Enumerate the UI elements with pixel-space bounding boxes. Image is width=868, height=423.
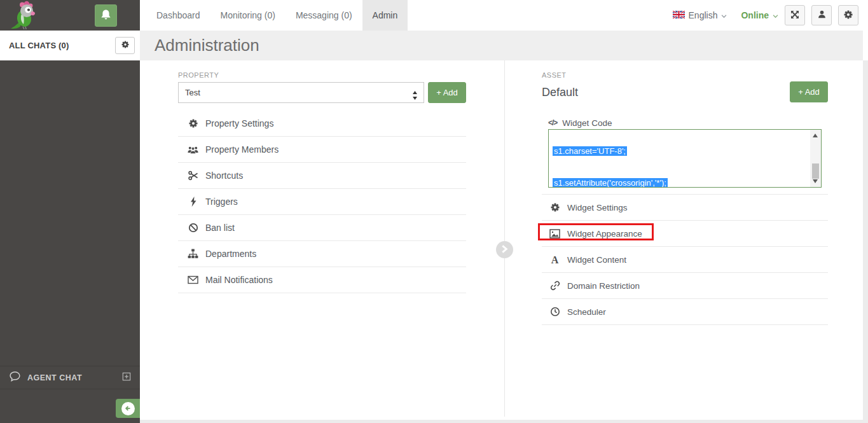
asset-section-label: ASSET [542, 71, 828, 79]
menu-item-ban-list[interactable]: Ban list [178, 215, 466, 241]
menu-item-departments[interactable]: Departments [178, 241, 466, 267]
menu-item-label: Departments [205, 249, 256, 259]
page-title: Administration [155, 36, 259, 55]
tab-admin[interactable]: Admin [362, 0, 408, 31]
property-panel: PROPERTY Test + Add [178, 71, 466, 293]
add-asset-button[interactable]: + Add [790, 81, 828, 102]
sidebar-collapse-button[interactable] [116, 399, 140, 418]
menu-item-widget-content[interactable]: A Widget Content [542, 247, 828, 273]
menu-item-property-settings[interactable]: Property Settings [178, 111, 466, 137]
users-icon [188, 144, 198, 155]
top-navigation: Dashboard Monitoring (0) Messaging (0) A… [140, 0, 868, 31]
tab-messaging[interactable]: Messaging (0) [286, 0, 362, 31]
settings-button[interactable] [838, 5, 858, 25]
scroll-up-arrow-icon[interactable] [813, 134, 818, 137]
scroll-down-arrow-icon[interactable] [813, 179, 818, 183]
sitemap-icon [188, 249, 198, 260]
topnav-right-controls: English Online [673, 0, 858, 31]
letter-a-icon: A [549, 254, 560, 265]
page-right-edge [863, 60, 868, 423]
widget-code-header: </> Widget Code [542, 118, 828, 128]
status-label: Online [741, 10, 769, 20]
link-icon [549, 281, 560, 291]
gear-icon [843, 10, 853, 22]
menu-item-triggers[interactable]: Triggers [178, 189, 466, 215]
notifications-bell-button[interactable] [95, 4, 117, 27]
textarea-scrollbar[interactable] [810, 130, 821, 187]
menu-item-widget-appearance[interactable]: Widget Appearance [542, 221, 828, 247]
expand-arrows-icon [790, 10, 800, 22]
menu-item-label: Scheduler [567, 307, 606, 317]
gear-icon [121, 40, 130, 51]
scissors-icon [188, 170, 198, 181]
property-select[interactable]: Test [178, 82, 424, 103]
property-menu: Property Settings Propert [178, 111, 466, 293]
tab-monitoring[interactable]: Monitoring (0) [210, 0, 286, 31]
admin-content: PROPERTY Test + Add [140, 60, 868, 423]
chat-sidebar: ALL CHATS (0) AGE [0, 0, 140, 423]
gear-icon [549, 202, 560, 213]
expand-panel-button[interactable] [496, 241, 513, 258]
bell-icon [100, 9, 112, 23]
select-stepper-icon [412, 88, 418, 107]
add-agent-chat-icon[interactable] [122, 372, 131, 384]
property-section-label: PROPERTY [178, 71, 466, 79]
agent-chat-bar[interactable]: AGENT CHAT [0, 366, 140, 389]
menu-item-label: Widget Appearance [567, 229, 642, 239]
menu-item-label: Shortcuts [205, 170, 243, 181]
clock-icon [549, 307, 560, 317]
column-divider [504, 60, 505, 417]
image-icon [549, 228, 560, 239]
envelope-icon [188, 275, 198, 286]
menu-item-scheduler[interactable]: Scheduler [542, 299, 828, 325]
status-selector[interactable]: Online [741, 10, 778, 21]
menu-item-label: Widget Content [567, 255, 626, 265]
asset-menu: Widget Settings Widget Appearance [542, 194, 828, 325]
agent-chat-label: AGENT CHAT [27, 373, 122, 382]
person-icon [817, 10, 827, 21]
menu-item-domain-restriction[interactable]: Domain Restriction [542, 273, 828, 299]
chevron-down-icon [721, 10, 727, 21]
widget-code-textarea[interactable]: s1.charset='UTF-8'; s1.setAttribute('cro… [548, 129, 822, 188]
language-label: English [689, 10, 718, 20]
menu-item-property-members[interactable]: Property Members [178, 137, 466, 163]
tawk-admin-page: ALL CHATS (0) AGE [0, 0, 868, 423]
asset-panel: ASSET Default + Add </> Widget Code s1.c… [542, 71, 828, 325]
widget-code-label: Widget Code [562, 118, 612, 128]
uk-flag-icon [673, 10, 685, 21]
page-bottom-edge [140, 420, 868, 423]
menu-item-label: Ban list [205, 223, 235, 233]
menu-item-widget-settings[interactable]: Widget Settings [542, 195, 828, 221]
scrollbar-thumb[interactable] [812, 163, 819, 179]
ban-icon [188, 223, 198, 233]
bolt-icon [188, 197, 198, 207]
all-chats-row: ALL CHATS (0) [0, 31, 140, 60]
arrow-left-circle-icon [121, 402, 135, 415]
menu-item-label: Widget Settings [567, 203, 628, 212]
all-chats-settings-button[interactable] [115, 37, 135, 54]
menu-item-label: Mail Notifications [205, 275, 273, 285]
asset-name: Default [542, 86, 578, 99]
maximize-button[interactable] [785, 5, 805, 25]
chevron-right-icon [501, 244, 508, 256]
language-selector[interactable]: English [673, 10, 727, 21]
main-area: Dashboard Monitoring (0) Messaging (0) A… [140, 0, 868, 423]
chevron-down-icon [773, 10, 778, 21]
code-icon: </> [548, 118, 557, 127]
gear-icon [188, 118, 198, 129]
tawk-parrot-logo [8, 1, 43, 32]
add-property-button[interactable]: + Add [428, 82, 466, 103]
sidebar-header [0, 0, 140, 31]
menu-item-shortcuts[interactable]: Shortcuts [178, 163, 466, 189]
page-header: Administration [140, 31, 863, 60]
menu-item-label: Triggers [205, 197, 238, 207]
menu-item-label: Property Settings [205, 118, 273, 128]
profile-button[interactable] [811, 5, 832, 25]
menu-item-mail-notifications[interactable]: Mail Notifications [178, 267, 466, 293]
all-chats-label: ALL CHATS (0) [9, 41, 69, 50]
widget-code-selected-text: s1.charset='UTF-8'; s1.setAttribute('cro… [549, 129, 821, 188]
tab-dashboard[interactable]: Dashboard [146, 0, 210, 31]
speech-bubble-icon [9, 371, 21, 384]
menu-item-label: Domain Restriction [567, 281, 640, 291]
property-select-value: Test [185, 88, 200, 97]
